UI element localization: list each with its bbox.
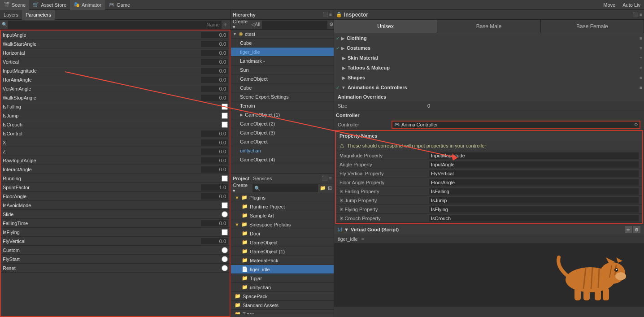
param-radio-custom[interactable]: [222, 247, 228, 253]
tab-layers[interactable]: Layers: [0, 10, 22, 20]
tattoos-menu[interactable]: ≡: [640, 65, 642, 70]
menu-scene[interactable]: 🎬 Scene: [0, 0, 29, 10]
param-value-sprintfactor[interactable]: [201, 184, 228, 191]
hierarchy-expand-icon[interactable]: ⬛ ≡: [322, 12, 332, 17]
hierarchy-create-btn[interactable]: Create ▾: [233, 19, 248, 30]
hier-item-gameobject-3[interactable]: GameObject (3): [231, 128, 334, 137]
isjump-value[interactable]: [429, 197, 639, 204]
param-check-iscrouch[interactable]: [222, 122, 228, 128]
proj-materialpack[interactable]: 📁 MaterialPack: [231, 256, 334, 265]
iscrouch-value[interactable]: [429, 215, 639, 221]
hier-item-unitychan[interactable]: unitychan: [231, 146, 334, 155]
param-value-interactangle[interactable]: [201, 166, 228, 173]
hier-item-tiger-idle[interactable]: tiger_idle: [231, 48, 334, 56]
param-value-inputmagnitude[interactable]: [201, 68, 228, 74]
param-value-iscontrol[interactable]: [201, 130, 228, 137]
param-radio-slide[interactable]: [222, 211, 228, 217]
section-tattoos[interactable]: ▶ Tattoos & Makeup ≡: [334, 63, 644, 73]
param-value-walkstartangle[interactable]: [201, 41, 228, 47]
services-tab[interactable]: Services: [253, 176, 272, 181]
param-value-z[interactable]: [201, 148, 228, 155]
param-check-running[interactable]: [222, 175, 228, 182]
section-animations[interactable]: ✓ ▼ Animations & Controllers ≡: [334, 83, 644, 92]
section-skinmaterial[interactable]: ▶ Skin Material ≡: [334, 53, 644, 63]
hierarchy-search-input[interactable]: [262, 21, 327, 29]
proj-runtime[interactable]: 📁 Runtime Project: [231, 202, 334, 211]
param-value-x[interactable]: [201, 139, 228, 146]
controller-field[interactable]: 🎮 AnimalController ⊙: [392, 121, 640, 129]
toolbar-autoliv[interactable]: Auto Liv: [619, 0, 644, 10]
param-value-flyvertical[interactable]: [201, 238, 228, 244]
char-tab-unisex[interactable]: Unisex: [334, 20, 437, 33]
proj-gameobject-p[interactable]: 📁 GameObject: [231, 238, 334, 247]
project-search-input[interactable]: [252, 184, 318, 192]
param-value-horaimangle[interactable]: [201, 77, 228, 83]
param-value-fallingtime[interactable]: [201, 220, 228, 226]
add-param-button[interactable]: +: [222, 21, 229, 28]
param-value-vertical[interactable]: [201, 59, 228, 65]
hier-item-gameobject-4[interactable]: GameObject: [231, 137, 334, 146]
param-value-walkstopangle[interactable]: [201, 95, 228, 101]
param-check-isfalling[interactable]: [222, 104, 228, 110]
isfalling-value[interactable]: [429, 188, 639, 195]
param-check-isjump[interactable]: [222, 113, 228, 119]
hier-item-terrain[interactable]: Terrain: [231, 101, 334, 110]
shapes-menu[interactable]: ≡: [640, 75, 642, 80]
menu-animator[interactable]: 🎭 Animator: [70, 0, 105, 10]
menu-game[interactable]: 🎮 Game: [105, 0, 134, 10]
proj-sampleart[interactable]: 📁 Sample Art: [231, 211, 334, 220]
char-tab-base-female[interactable]: Base Female: [541, 20, 644, 33]
section-shapes[interactable]: ▶ Shapes ≡: [334, 73, 644, 83]
param-check-isflying[interactable]: [222, 229, 228, 235]
flyvertical-value[interactable]: [429, 170, 639, 177]
param-search-input[interactable]: [8, 21, 222, 29]
angle-value[interactable]: [429, 161, 639, 168]
hier-item-cube2[interactable]: Cube: [231, 83, 334, 92]
menu-asset-store[interactable]: 🛒 Asset Store: [29, 0, 70, 10]
param-radio-reset[interactable]: [222, 265, 228, 271]
proj-unitychan-p[interactable]: 📁 unitychan: [231, 283, 334, 292]
param-radio-flystart[interactable]: [222, 256, 228, 262]
proj-sinespace[interactable]: ▼ 📁 Sinespace Prefabs: [231, 220, 334, 229]
hier-item-gameobject-4b[interactable]: GameObject (4): [231, 155, 334, 164]
hier-item-cube1[interactable]: Cube: [231, 39, 334, 48]
animations-menu[interactable]: ≡: [640, 85, 642, 90]
hier-item-landmark[interactable]: Landmark -: [231, 56, 334, 65]
param-value-horizontal[interactable]: [201, 50, 228, 56]
hier-item-sun[interactable]: Sun: [231, 65, 334, 74]
magnitude-value[interactable]: [429, 152, 639, 159]
floorangle-value[interactable]: [429, 179, 639, 186]
controller-section-header[interactable]: Controller: [334, 110, 644, 120]
hierarchy-all-btn[interactable]: ◁All: [251, 22, 260, 27]
hier-item-gameobject1[interactable]: GameObject: [231, 74, 334, 83]
project-expand-icon[interactable]: ⬛ ≡: [322, 175, 332, 181]
param-value-inputangle[interactable]: [201, 32, 228, 38]
project-create-btn[interactable]: Create ▾: [233, 182, 251, 194]
vg-settings-btn[interactable]: ⚙: [633, 226, 640, 233]
proj-standardassets[interactable]: 📁 Standard Assets: [231, 301, 334, 310]
proj-tiger[interactable]: 📁 Tiger: [231, 310, 334, 314]
controller-pick-btn[interactable]: ⊙: [634, 122, 638, 127]
toolbar-move[interactable]: Move: [600, 0, 619, 10]
inspector-expand-icon[interactable]: ⬛ ≡: [633, 12, 642, 17]
section-costumes[interactable]: ✓ ▶ Costumes ≡: [334, 43, 644, 53]
section-clothing[interactable]: ✓ ▶ Clothing ≡: [334, 33, 644, 43]
tab-parameters[interactable]: Parameters: [22, 10, 55, 20]
param-value-rawinputangle[interactable]: [201, 157, 228, 164]
proj-door[interactable]: 📁 Door: [231, 229, 334, 238]
proj-tiger-idle[interactable]: 📄 tiger_idle: [231, 265, 334, 274]
skinmat-menu[interactable]: ≡: [640, 56, 642, 61]
proj-spacepack[interactable]: 📁 SpacePack: [231, 292, 334, 301]
vg-edit-btn[interactable]: ✏: [625, 226, 632, 233]
clothing-menu[interactable]: ≡: [640, 36, 642, 41]
param-value-veraimangle[interactable]: [201, 86, 228, 92]
proj-gameobject-1p[interactable]: 📁 GameObject (1): [231, 247, 334, 256]
hier-item-ctest[interactable]: ▼ ◉ ctest: [231, 30, 334, 39]
isflying-value[interactable]: [429, 206, 639, 213]
costumes-menu[interactable]: ≡: [640, 46, 642, 51]
proj-tipjar[interactable]: 📁 Tipjar: [231, 274, 334, 283]
param-value-floorangle[interactable]: [201, 193, 228, 200]
hier-item-gameobject-1p[interactable]: ▶ GameObject (1): [231, 110, 334, 119]
hier-item-gameobject-2[interactable]: GameObject (2): [231, 119, 334, 128]
param-check-isavoidmode[interactable]: [222, 202, 228, 208]
